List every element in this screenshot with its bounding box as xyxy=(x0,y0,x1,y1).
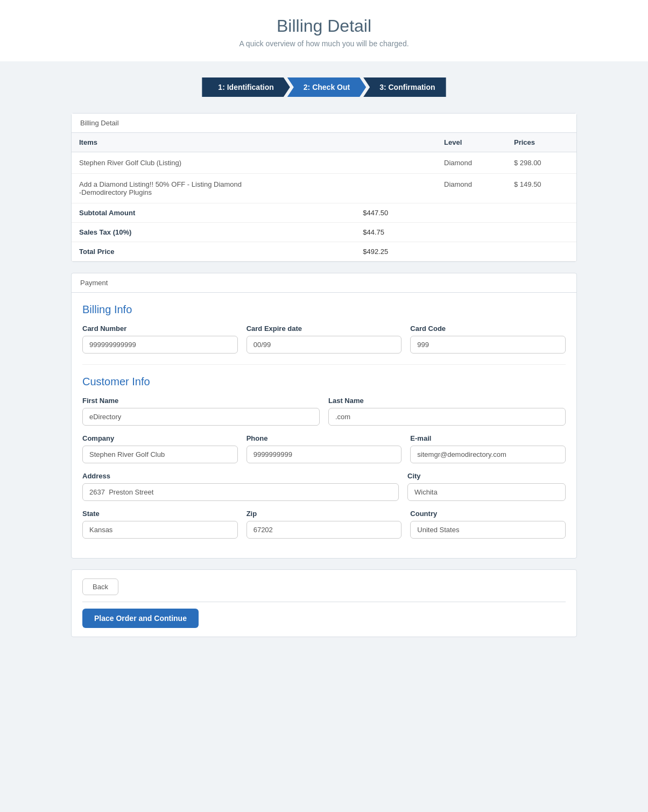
company-group: Company xyxy=(82,434,238,463)
place-order-button[interactable]: Place Order and Continue xyxy=(82,609,199,628)
email-input[interactable] xyxy=(410,446,566,463)
country-group: Country xyxy=(410,510,566,539)
payment-section: Payment Billing Info Card Number Card Ex… xyxy=(71,273,577,559)
total-value: $44.75 xyxy=(355,223,516,242)
stepper: 1: Identification 2: Check Out 3: Confir… xyxy=(71,77,577,97)
total-row: Sales Tax (10%)$44.75 xyxy=(72,223,576,242)
total-label: Total Price xyxy=(72,242,355,262)
total-label: Sales Tax (10%) xyxy=(72,223,355,242)
footer-section: Back Place Order and Continue xyxy=(71,569,577,637)
card-number-label: Card Number xyxy=(82,324,238,333)
level-cell: Diamond xyxy=(436,152,506,174)
page-title: Billing Detail xyxy=(11,16,637,36)
card-code-group: Card Code xyxy=(410,324,566,354)
first-name-label: First Name xyxy=(82,397,320,405)
phone-input[interactable] xyxy=(246,446,402,463)
card-code-label: Card Code xyxy=(410,324,566,333)
email-group: E-mail xyxy=(410,434,566,463)
company-label: Company xyxy=(82,434,238,442)
table-row: Add a Diamond Listing!! 50% OFF - Listin… xyxy=(72,174,576,203)
zip-group: Zip xyxy=(246,510,402,539)
address-group: Address xyxy=(82,472,399,501)
city-input[interactable] xyxy=(407,483,566,501)
card-code-input[interactable] xyxy=(410,336,566,354)
zip-input[interactable] xyxy=(246,521,402,539)
customer-info-title: Customer Info xyxy=(82,376,566,388)
last-name-input[interactable] xyxy=(328,408,566,426)
card-number-input[interactable] xyxy=(82,336,238,354)
total-row: Subtotal Amount$447.50 xyxy=(72,203,576,223)
city-group: City xyxy=(407,472,566,501)
item-cell: Stephen River Golf Club (Listing) xyxy=(72,152,436,174)
state-group: State xyxy=(82,510,238,539)
level-cell: Diamond xyxy=(436,174,506,203)
state-label: State xyxy=(82,510,238,518)
email-label: E-mail xyxy=(410,434,566,442)
country-input[interactable] xyxy=(410,521,566,539)
city-label: City xyxy=(407,472,566,480)
phone-group: Phone xyxy=(246,434,402,463)
card-expire-label: Card Expire date xyxy=(246,324,402,333)
billing-detail-section: Billing Detail Items Level Prices Stephe… xyxy=(71,113,577,262)
total-label: Subtotal Amount xyxy=(72,203,355,223)
table-row: Stephen River Golf Club (Listing)Diamond… xyxy=(72,152,576,174)
zip-label: Zip xyxy=(246,510,402,518)
total-value: $447.50 xyxy=(355,203,516,223)
address-label: Address xyxy=(82,472,399,480)
country-label: Country xyxy=(410,510,566,518)
last-name-label: Last Name xyxy=(328,397,566,405)
price-cell: $ 149.50 xyxy=(506,174,576,203)
card-expire-group: Card Expire date xyxy=(246,324,402,354)
page-subtitle: A quick overview of how much you will be… xyxy=(11,39,637,48)
total-value: $492.25 xyxy=(355,242,516,262)
payment-section-title: Payment xyxy=(72,273,576,293)
state-input[interactable] xyxy=(82,521,238,539)
step-2[interactable]: 2: Check Out xyxy=(287,77,366,97)
price-cell: $ 298.00 xyxy=(506,152,576,174)
phone-label: Phone xyxy=(246,434,402,442)
page-header: Billing Detail A quick overview of how m… xyxy=(0,0,648,61)
col-prices: Prices xyxy=(506,133,576,152)
item-cell: Add a Diamond Listing!! 50% OFF - Listin… xyxy=(72,174,436,203)
billing-info-title: Billing Info xyxy=(82,303,566,316)
first-name-group: First Name xyxy=(82,397,320,426)
last-name-group: Last Name xyxy=(328,397,566,426)
address-input[interactable] xyxy=(82,483,399,501)
back-button[interactable]: Back xyxy=(82,578,118,595)
first-name-input[interactable] xyxy=(82,408,320,426)
total-row: Total Price$492.25 xyxy=(72,242,576,262)
card-expire-input[interactable] xyxy=(246,336,402,354)
company-input[interactable] xyxy=(82,446,238,463)
card-number-group: Card Number xyxy=(82,324,238,354)
step-1[interactable]: 1: Identification xyxy=(202,77,290,97)
billing-section-title: Billing Detail xyxy=(72,114,576,133)
col-level: Level xyxy=(436,133,506,152)
col-items: Items xyxy=(72,133,436,152)
step-3[interactable]: 3: Confirmation xyxy=(363,77,446,97)
